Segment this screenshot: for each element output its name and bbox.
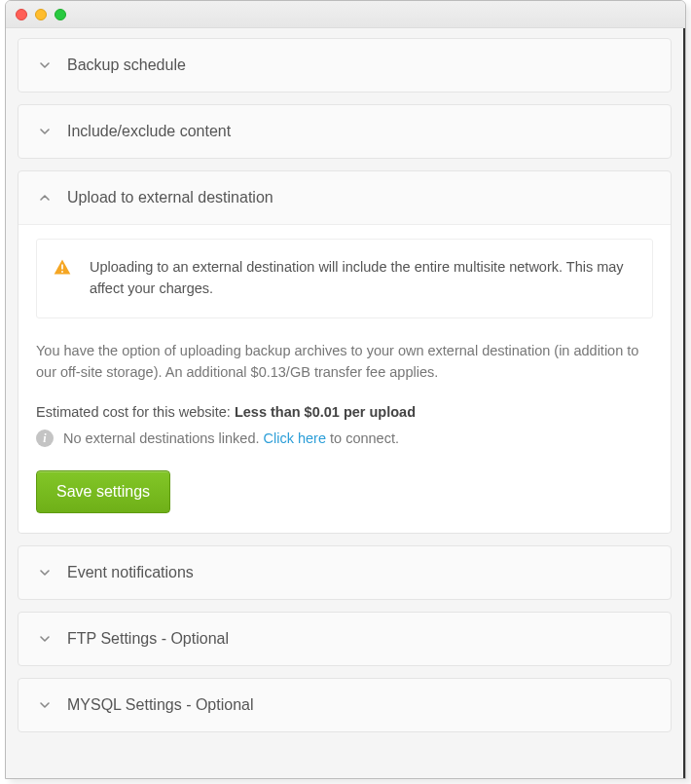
estimate-value: Less than $0.01 per upload bbox=[235, 404, 416, 420]
svg-rect-1 bbox=[61, 271, 63, 273]
chevron-up-icon bbox=[36, 192, 54, 204]
estimate-label: Estimated cost for this website: bbox=[36, 404, 235, 420]
upload-description: You have the option of uploading backup … bbox=[36, 340, 653, 384]
section-backup-schedule: Backup schedule bbox=[18, 38, 672, 93]
window-frame: Backup schedule Include/exclude content … bbox=[5, 0, 686, 779]
section-event-notifications: Event notifications bbox=[18, 545, 672, 600]
titlebar bbox=[6, 1, 685, 28]
chevron-down-icon bbox=[36, 126, 54, 137]
info-text: No external destinations linked. Click h… bbox=[63, 430, 399, 446]
chevron-down-icon bbox=[36, 699, 54, 711]
section-body-upload-external: Uploading to an external destination wil… bbox=[18, 224, 671, 533]
section-header-mysql-settings[interactable]: MYSQL Settings - Optional bbox=[18, 679, 671, 731]
section-header-ftp-settings[interactable]: FTP Settings - Optional bbox=[18, 613, 671, 665]
section-upload-external: Upload to external destination Uploading… bbox=[18, 170, 672, 534]
section-title: MYSQL Settings - Optional bbox=[67, 696, 254, 714]
section-header-backup-schedule[interactable]: Backup schedule bbox=[18, 39, 671, 92]
info-icon: i bbox=[36, 429, 54, 447]
section-title: Include/exclude content bbox=[67, 123, 231, 140]
section-header-upload-external[interactable]: Upload to external destination bbox=[18, 171, 671, 224]
warning-icon bbox=[53, 257, 72, 277]
info-prefix: No external destinations linked. bbox=[63, 430, 264, 446]
close-icon[interactable] bbox=[16, 9, 27, 20]
maximize-icon[interactable] bbox=[55, 9, 66, 20]
connect-link[interactable]: Click here bbox=[264, 430, 326, 446]
estimate-line: Estimated cost for this website: Less th… bbox=[36, 404, 653, 420]
chevron-down-icon bbox=[36, 567, 54, 579]
section-mysql-settings: MYSQL Settings - Optional bbox=[18, 678, 672, 732]
info-suffix: to connect. bbox=[326, 430, 399, 446]
warning-text: Uploading to an external destination wil… bbox=[90, 257, 636, 300]
minimize-icon[interactable] bbox=[35, 9, 47, 20]
section-ftp-settings: FTP Settings - Optional bbox=[18, 612, 672, 666]
section-title: Backup schedule bbox=[67, 56, 186, 74]
section-header-include-exclude[interactable]: Include/exclude content bbox=[18, 105, 671, 158]
chevron-down-icon bbox=[36, 59, 54, 71]
warning-alert: Uploading to an external destination wil… bbox=[36, 239, 653, 318]
section-title: Upload to external destination bbox=[67, 189, 273, 206]
settings-panel: Backup schedule Include/exclude content … bbox=[6, 28, 685, 778]
svg-rect-0 bbox=[61, 265, 63, 270]
section-header-event-notifications[interactable]: Event notifications bbox=[18, 546, 671, 599]
section-title: Event notifications bbox=[67, 564, 194, 581]
save-settings-button[interactable]: Save settings bbox=[36, 470, 170, 513]
section-title: FTP Settings - Optional bbox=[67, 630, 229, 648]
chevron-down-icon bbox=[36, 633, 54, 645]
section-include-exclude: Include/exclude content bbox=[18, 104, 672, 159]
info-line: i No external destinations linked. Click… bbox=[36, 429, 653, 447]
